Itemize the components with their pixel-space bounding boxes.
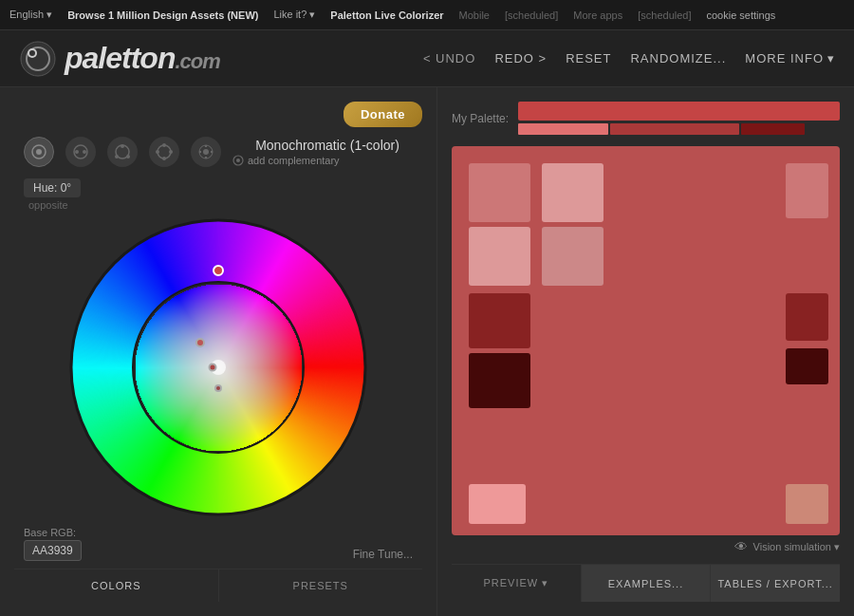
svg-point-18 — [203, 149, 209, 155]
reset-button[interactable]: RESET — [566, 51, 611, 65]
more-apps-tag: [scheduled] — [638, 9, 691, 21]
base-rgb-value[interactable]: AA3939 — [24, 540, 82, 561]
mobile-link[interactable]: Mobile — [459, 9, 490, 21]
mode-triadic[interactable] — [107, 137, 138, 167]
likeit-menu[interactable]: Like it? ▾ — [273, 9, 315, 21]
vision-simulation-row: 👁 Vision simulation ▾ — [452, 539, 840, 554]
svg-point-10 — [121, 144, 124, 148]
color-wheel[interactable] — [66, 215, 370, 519]
app-header: paletton.com < UNDO REDO > RESET RANDOMI… — [0, 30, 854, 87]
svg-point-15 — [169, 150, 173, 154]
swatch-mid-left-1[interactable] — [469, 293, 530, 348]
base-rgb-area: Base RGB: AA3939 — [24, 527, 82, 561]
base-rgb-label: Base RGB: — [24, 527, 82, 538]
palette-swatch-2 — [610, 123, 739, 135]
swatch-mid-left-2[interactable] — [469, 353, 530, 408]
mode-selector-row: Monochromatic (1-color) add complementar… — [14, 137, 422, 167]
mode-adjacent[interactable] — [65, 137, 96, 167]
header-navigation: < UNDO REDO > RESET RANDOMIZE... MORE IN… — [423, 51, 835, 65]
svg-point-8 — [83, 150, 86, 154]
swatch-bot-right[interactable] — [786, 484, 828, 524]
donate-button[interactable]: Donate — [343, 102, 422, 127]
browse-link[interactable]: Browse 1 Million Design Assets (NEW) — [67, 9, 258, 21]
wheel-marker-2[interactable] — [195, 338, 205, 347]
svg-point-25 — [236, 159, 240, 162]
my-palette-label: My Palette: — [452, 112, 509, 125]
main-area: Donate — [0, 87, 854, 616]
vision-simulation-button[interactable]: Vision simulation ▾ — [753, 541, 840, 553]
logo-text: paletton.com — [65, 41, 220, 76]
right-tabs: PREVIEW ▾ EXAMPLES... TABLES / EXPORT... — [452, 564, 840, 602]
palette-swatch-3 — [741, 123, 806, 135]
swatch-top-left-2[interactable] — [469, 227, 530, 286]
tab-examples[interactable]: EXAMPLES... — [582, 565, 712, 602]
donate-area: Donate — [14, 102, 422, 127]
svg-point-16 — [162, 157, 166, 160]
hue-label: Hue: 0° — [24, 178, 81, 197]
mobile-tag: [scheduled] — [505, 9, 558, 21]
mode-settings[interactable] — [191, 137, 221, 167]
fine-tune-button[interactable]: Fine Tune... — [353, 548, 413, 561]
opposite-label: opposite — [24, 199, 422, 211]
right-panel: My Palette: — [436, 87, 854, 616]
add-complementary-button[interactable]: add complementary — [232, 155, 422, 166]
svg-point-17 — [156, 150, 159, 154]
svg-point-11 — [126, 155, 130, 159]
palette-bar-bottom — [518, 123, 840, 135]
mode-monochromatic[interactable] — [24, 137, 54, 167]
hue-display: Hue: 0° opposite — [14, 178, 422, 211]
palette-swatch-1 — [518, 123, 608, 135]
swatch-col2-1[interactable] — [542, 163, 603, 222]
top-navigation-bar: English ▾ Browse 1 Million Design Assets… — [0, 0, 854, 30]
live-colorizer-link[interactable]: Paletton Live Colorizer — [330, 9, 443, 21]
mode-label: Monochromatic (1-color) add complementar… — [232, 138, 422, 166]
randomize-button[interactable]: RANDOMIZE... — [630, 51, 726, 65]
logo-icon — [19, 40, 57, 78]
undo-button[interactable]: < UNDO — [423, 51, 475, 65]
redo-button[interactable]: REDO > — [494, 51, 547, 65]
svg-point-5 — [36, 149, 42, 155]
svg-point-13 — [158, 145, 171, 159]
cookie-settings-link[interactable]: cookie settings — [706, 9, 775, 21]
swatch-mid-right-2[interactable] — [786, 348, 828, 384]
svg-point-3 — [29, 50, 35, 56]
swatch-top-left-1[interactable] — [469, 163, 530, 222]
palette-row: My Palette: — [452, 102, 840, 135]
color-wheel-canvas[interactable] — [66, 215, 370, 519]
swatch-right-top[interactable] — [786, 163, 828, 218]
svg-point-14 — [162, 143, 166, 147]
left-tabs: COLORS PRESETS — [14, 569, 422, 602]
language-selector[interactable]: English ▾ — [9, 9, 52, 21]
swatch-col2-2[interactable] — [542, 227, 603, 286]
svg-point-12 — [115, 155, 119, 159]
wheel-marker-3[interactable] — [208, 364, 216, 372]
tab-preview[interactable]: PREVIEW ▾ — [452, 565, 582, 602]
eye-icon: 👁 — [734, 539, 748, 554]
tab-presets[interactable]: PRESETS — [219, 569, 423, 602]
color-preview-area — [452, 146, 840, 535]
logo: paletton.com — [19, 40, 423, 78]
mode-name: Monochromatic (1-color) — [232, 138, 422, 153]
swatch-bot-left[interactable] — [469, 484, 526, 524]
tab-colors[interactable]: COLORS — [14, 569, 219, 602]
swatch-mid-right-1[interactable] — [786, 293, 828, 341]
mode-tetradic[interactable] — [149, 137, 179, 167]
tab-tables-export[interactable]: TABLES / EXPORT... — [711, 565, 840, 602]
wheel-marker-4[interactable] — [214, 384, 222, 392]
left-panel: Donate — [0, 87, 436, 616]
palette-bar-top — [518, 102, 840, 121]
svg-point-7 — [75, 150, 79, 154]
wheel-marker-1[interactable] — [213, 265, 224, 276]
left-bottom-bar: Base RGB: AA3939 Fine Tune... — [14, 519, 422, 561]
color-wheel-container[interactable] — [57, 215, 380, 519]
more-apps-link[interactable]: More apps — [573, 9, 622, 21]
palette-bar-area — [518, 102, 840, 135]
more-info-button[interactable]: MORE INFO ▾ — [745, 51, 835, 65]
